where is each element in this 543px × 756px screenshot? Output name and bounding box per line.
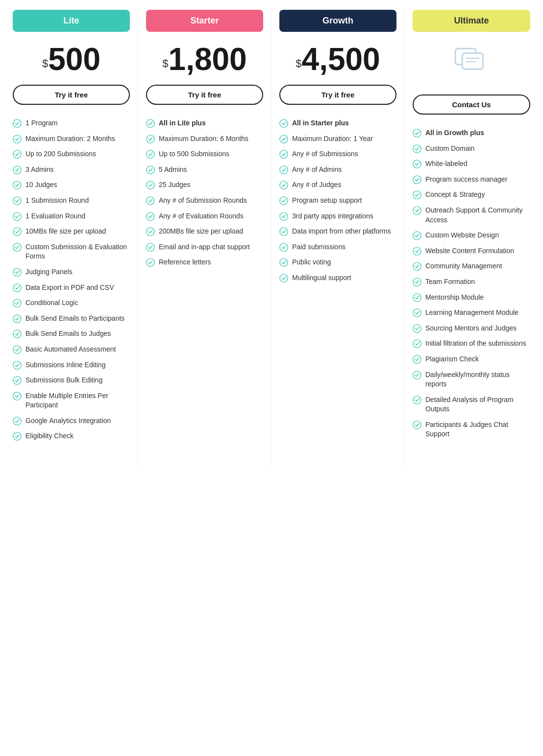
check-icon bbox=[13, 376, 22, 385]
list-item: 10MBs file size per upload bbox=[13, 227, 130, 236]
check-icon bbox=[279, 227, 288, 236]
feature-text: Maximum Duration: 1 Year bbox=[292, 134, 373, 144]
list-item: Eligibility Check bbox=[13, 431, 130, 441]
list-item: Enable Multiple Entries Per Participant bbox=[13, 391, 130, 410]
cta-button-starter[interactable]: Try it free bbox=[146, 85, 263, 105]
list-item: Any # of Evaluation Rounds bbox=[146, 212, 263, 221]
list-item: Community Management bbox=[413, 261, 530, 271]
check-icon bbox=[279, 258, 288, 267]
check-icon bbox=[279, 243, 288, 252]
svg-point-11 bbox=[13, 299, 21, 307]
list-item: Multilingual support bbox=[279, 273, 396, 283]
plan-price-lite: $500 bbox=[13, 44, 130, 75]
list-item: Concept & Strategy bbox=[413, 190, 530, 200]
feature-list-growth: All in Starter plus Maximum Duration: 1 … bbox=[279, 118, 396, 289]
list-item: 3 Admins bbox=[13, 165, 130, 175]
list-item: Initial filtration of the submissions bbox=[413, 339, 530, 349]
feature-text: Multilingual support bbox=[292, 273, 351, 283]
list-item: 5 Admins bbox=[146, 165, 263, 175]
list-item: 1 Program bbox=[13, 118, 130, 128]
svg-point-14 bbox=[13, 346, 21, 354]
svg-point-1 bbox=[13, 135, 21, 142]
feature-text: Website Content Formulation bbox=[425, 246, 514, 256]
feature-text: Maximum Duration: 6 Months bbox=[159, 134, 248, 144]
list-item: Paid submissions bbox=[279, 242, 396, 252]
check-icon bbox=[279, 181, 288, 189]
list-item: 10 Judges bbox=[13, 180, 130, 190]
feature-text: 10MBs file size per upload bbox=[25, 227, 106, 236]
list-item: All in Growth plus bbox=[413, 128, 530, 138]
check-icon bbox=[13, 432, 22, 441]
check-icon bbox=[13, 119, 22, 128]
check-icon bbox=[146, 181, 155, 189]
feature-text: Any # of Admins bbox=[292, 165, 342, 175]
list-item: Detailed Analysis of Program Outputs bbox=[413, 395, 530, 414]
svg-point-39 bbox=[280, 259, 288, 266]
svg-point-32 bbox=[280, 150, 288, 158]
cta-button-ultimate[interactable]: Contact Us bbox=[413, 94, 530, 115]
list-item: 1 Evaluation Round bbox=[13, 212, 130, 221]
svg-point-27 bbox=[147, 228, 154, 236]
list-item: Custom Submission & Evaluation Forms bbox=[13, 242, 130, 261]
list-item: All in Starter plus bbox=[279, 118, 396, 128]
svg-point-37 bbox=[280, 228, 288, 236]
feature-text: Up to 200 Submissions bbox=[25, 149, 96, 159]
list-item: Public voting bbox=[279, 258, 396, 267]
list-item: 25 Judges bbox=[146, 180, 263, 190]
plan-badge-growth: Growth bbox=[279, 10, 396, 32]
check-icon bbox=[413, 293, 421, 302]
feature-text: White-labeled bbox=[425, 159, 468, 169]
feature-text: Reference letters bbox=[159, 258, 211, 267]
feature-text: Custom Domain bbox=[425, 144, 474, 154]
svg-point-22 bbox=[147, 150, 154, 158]
check-icon bbox=[13, 314, 22, 323]
svg-point-17 bbox=[13, 392, 21, 400]
cta-button-growth[interactable]: Try it free bbox=[279, 85, 396, 105]
cta-button-lite[interactable]: Try it free bbox=[13, 85, 130, 105]
price-amount: 1,800 bbox=[169, 42, 247, 77]
feature-text: Community Management bbox=[425, 261, 502, 271]
check-icon bbox=[413, 160, 421, 168]
feature-text: Data Export in PDF and CSV bbox=[25, 283, 114, 293]
feature-text: Email and in-app chat support bbox=[159, 242, 250, 252]
list-item: Mentorship Module bbox=[413, 293, 530, 303]
list-item: Any # of Submission Rounds bbox=[146, 196, 263, 206]
plan-badge-ultimate: Ultimate bbox=[413, 10, 530, 32]
feature-text: All in Lite plus bbox=[159, 118, 206, 128]
feature-text: Submissions Bulk Editing bbox=[25, 376, 102, 385]
svg-point-46 bbox=[413, 144, 421, 152]
svg-point-58 bbox=[413, 340, 421, 348]
feature-text: Sourcing Mentors and Judges bbox=[425, 324, 517, 333]
svg-point-34 bbox=[280, 181, 288, 189]
list-item: Judging Panels bbox=[13, 267, 130, 277]
plan-col-growth: Growth$4,500Try it free All in Starter p… bbox=[272, 10, 405, 467]
list-item: Participants & Judges Chat Support bbox=[413, 420, 530, 439]
plan-col-ultimate: Ultimate Contact Us All in Growth plus C… bbox=[405, 10, 538, 467]
feature-text: 5 Admins bbox=[159, 165, 187, 175]
list-item: Basic Automated Assessment bbox=[13, 345, 130, 354]
list-item: Submissions Inline Editing bbox=[13, 360, 130, 370]
svg-point-28 bbox=[147, 243, 154, 251]
check-icon bbox=[146, 258, 155, 267]
plan-badge-lite: Lite bbox=[13, 10, 130, 32]
currency-symbol: $ bbox=[42, 57, 48, 70]
plan-badge-starter: Starter bbox=[146, 10, 263, 32]
svg-point-10 bbox=[13, 284, 21, 291]
check-icon bbox=[279, 135, 288, 143]
svg-point-16 bbox=[13, 377, 21, 384]
list-item: Conditional Logic bbox=[13, 298, 130, 308]
svg-point-40 bbox=[280, 274, 288, 282]
plan-col-lite: Lite$500Try it free 1 Program Maximum Du… bbox=[5, 10, 138, 467]
check-icon bbox=[413, 308, 421, 317]
contact-icon bbox=[413, 44, 530, 85]
svg-point-7 bbox=[13, 228, 21, 236]
svg-point-31 bbox=[280, 135, 288, 142]
list-item: Maximum Duration: 1 Year bbox=[279, 134, 396, 144]
svg-point-45 bbox=[413, 129, 421, 137]
list-item: Maximum Duration: 6 Months bbox=[146, 134, 263, 144]
check-icon bbox=[413, 190, 421, 199]
feature-text: Mentorship Module bbox=[425, 293, 484, 303]
svg-point-60 bbox=[413, 371, 421, 378]
feature-text: Conditional Logic bbox=[25, 298, 78, 308]
check-icon bbox=[13, 212, 22, 221]
